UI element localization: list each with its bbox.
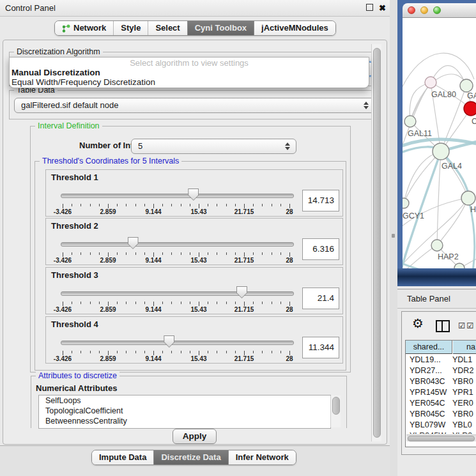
tab-impute-data[interactable]: Impute Data — [92, 450, 153, 464]
tick-mark — [262, 302, 263, 304]
node-gcy1[interactable] — [403, 198, 409, 208]
table-row[interactable]: YBL079WYBL0 — [406, 420, 476, 431]
close-icon[interactable]: ✖ — [379, 4, 386, 12]
node-h[interactable] — [461, 191, 475, 205]
table-row[interactable]: YDR27...YDR2 — [406, 365, 476, 376]
threshold-value-field[interactable]: 6.316 — [302, 238, 339, 260]
threshold-value-field[interactable]: 21.4 — [302, 288, 339, 309]
tick-mark — [272, 204, 272, 206]
panel-splitter[interactable] — [390, 0, 397, 476]
table-scrollbar-thumb[interactable] — [408, 436, 475, 441]
cell-shared-name: YBR043C — [406, 376, 452, 387]
tab-cyni-toolbox[interactable]: Cyni Toolbox — [187, 21, 254, 35]
table-row[interactable]: YDL19...YDL1 — [406, 355, 476, 365]
tab-jactivemnodules[interactable]: jActiveMNodules — [254, 21, 335, 35]
column-header-shared-name[interactable]: shared... — [406, 341, 452, 354]
tick-mark — [90, 302, 91, 304]
tick-mark — [244, 302, 245, 306]
minimize-traffic-light-icon[interactable] — [420, 6, 428, 14]
table-row[interactable]: YLR345WYLR3 — [406, 431, 476, 434]
table-panel-titlebar: Table Panel — [397, 289, 476, 309]
tick-mark — [235, 351, 236, 353]
table-data-group: Table Data galFiltered.sif default node — [9, 90, 380, 119]
column-header-name[interactable]: na — [453, 341, 476, 354]
algorithm-option[interactable]: Manual Discretization — [10, 68, 369, 77]
tick-mark — [162, 252, 163, 255]
numerical-attributes-label: Numerical Attributes — [36, 383, 117, 393]
tick-label: 2.859 — [100, 257, 116, 264]
panel-scrollbar-thumb[interactable] — [373, 48, 381, 438]
tick-mark — [144, 204, 145, 206]
node-gal4[interactable] — [433, 143, 449, 160]
tab-label: jActiveMNodules — [261, 21, 328, 35]
tick-mark — [199, 351, 199, 355]
float-window-icon[interactable] — [366, 4, 373, 11]
threshold-panel-4: Threshold 4-3.4262.8599.14415.4321.71528… — [45, 316, 343, 364]
tick-mark — [153, 302, 154, 306]
threshold-slider-track[interactable] — [61, 341, 294, 345]
threshold-slider-thumb[interactable] — [164, 335, 174, 348]
table-row[interactable]: YBR045CYBR0 — [406, 409, 476, 420]
network-window-bottom-edge — [397, 268, 476, 286]
tick-label: 28 — [286, 355, 293, 362]
network-canvas[interactable]: GAL80GACGAL11GAL4GCY1HHAP2 — [403, 18, 476, 268]
threshold-slider-track[interactable] — [61, 194, 294, 198]
gear-icon[interactable]: ⚙ — [412, 317, 424, 330]
algorithm-option[interactable]: Equal Width/Frequency Discretization — [10, 77, 369, 87]
threshold-value-field[interactable]: 11.344 — [302, 337, 339, 358]
splitter-grip-icon[interactable] — [392, 234, 395, 238]
numerical-attributes-list[interactable]: SelfLoopsTopologicalCoefficientBetweenne… — [38, 395, 331, 429]
number-of-intervals-combobox[interactable]: 5 — [131, 139, 296, 154]
attribute-item[interactable]: BetweennessCentrality — [39, 416, 330, 426]
threshold-slider-thumb[interactable] — [236, 286, 247, 298]
attribute-item[interactable]: SelfLoops — [39, 395, 330, 406]
tick-mark — [289, 252, 290, 257]
tab-discretize-data[interactable]: Discretize Data — [153, 450, 227, 464]
table-row[interactable]: YPR145WYPR1 — [406, 387, 476, 398]
tick-mark — [108, 252, 109, 257]
panel-scrollbar[interactable] — [371, 44, 381, 441]
node-hap2[interactable] — [431, 240, 443, 251]
columns-icon[interactable] — [436, 320, 450, 332]
checkbox-icons[interactable]: ☑☑ — [458, 321, 475, 330]
tab-style[interactable]: Style — [113, 21, 148, 35]
table-row[interactable]: YER054CYER0 — [406, 398, 476, 409]
tick-mark — [181, 302, 181, 304]
table-row[interactable]: YBR043CYBR0 — [406, 376, 476, 387]
zoom-traffic-light-icon[interactable] — [433, 6, 441, 14]
tick-mark — [280, 204, 281, 206]
tick-mark — [144, 302, 145, 304]
cell-name: YBR0 — [452, 377, 473, 386]
node-gal11[interactable] — [404, 116, 416, 127]
tab-network[interactable]: Network — [55, 21, 113, 35]
tick-mark — [135, 252, 136, 255]
tab-infer-network[interactable]: Infer Network — [228, 450, 296, 464]
tick-mark — [117, 252, 118, 255]
threshold-slider-track[interactable] — [61, 291, 294, 296]
tick-mark — [280, 351, 281, 353]
tick-label: -3.426 — [54, 355, 72, 362]
node-top-right[interactable] — [460, 79, 473, 92]
attribute-item[interactable]: TopologicalCoefficient — [39, 406, 330, 416]
node-gal80[interactable] — [425, 77, 436, 88]
tick-mark — [272, 252, 272, 255]
table-data-combobox[interactable]: galFiltered.sif default node — [14, 98, 375, 113]
threshold-slider-thumb[interactable] — [188, 188, 199, 201]
tick-mark — [81, 302, 81, 304]
tick-mark — [199, 204, 199, 208]
node-red[interactable] — [464, 102, 476, 116]
tick-mark — [217, 302, 217, 304]
threshold-value-field[interactable]: 14.713 — [302, 190, 339, 211]
threshold-slider-thumb[interactable] — [128, 237, 139, 249]
network-window-titlebar[interactable] — [403, 3, 476, 18]
discretization-algorithm-label: Discretization Algorithm — [14, 47, 103, 56]
attributes-scrollbar[interactable] — [330, 395, 341, 427]
table-horizontal-scrollbar[interactable] — [406, 434, 476, 441]
node-bottom[interactable] — [454, 263, 464, 268]
cell-shared-name: YDL19... — [406, 355, 452, 365]
close-traffic-light-icon[interactable] — [408, 6, 415, 14]
apply-button[interactable]: Apply — [173, 429, 217, 444]
threshold-slider-track[interactable] — [61, 242, 294, 247]
tab-select[interactable]: Select — [148, 21, 187, 35]
attributes-scrollbar-thumb[interactable] — [332, 397, 340, 415]
